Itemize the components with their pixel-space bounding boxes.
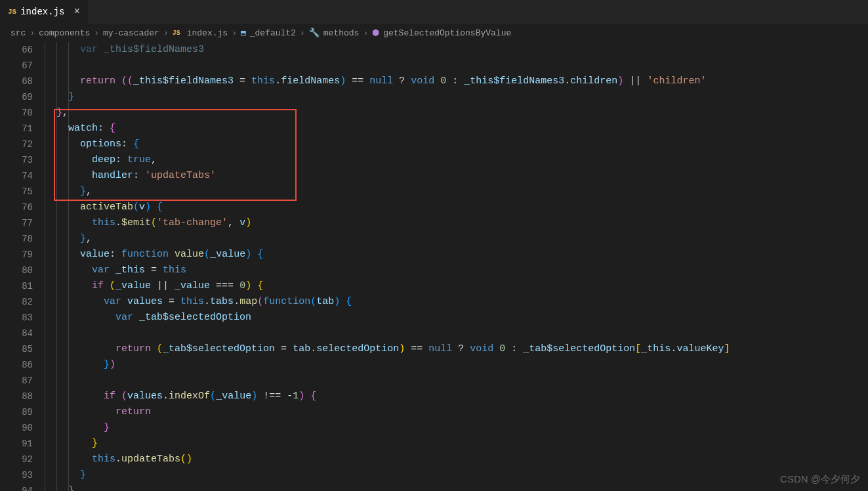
code-line: }, xyxy=(45,184,868,200)
line-number: 74 xyxy=(0,168,33,184)
line-number: 72 xyxy=(0,137,33,152)
chevron-right-icon: › xyxy=(363,28,368,38)
code-line: }, xyxy=(45,231,868,247)
line-number: 83 xyxy=(0,310,33,326)
chevron-right-icon: › xyxy=(163,28,169,38)
breadcrumb-item[interactable]: getSelectedOptionsByValue xyxy=(383,28,511,38)
watermark: CSDN @今夕何夕 xyxy=(780,473,860,486)
code-line: return (_tab$selectedOption = tab.select… xyxy=(45,341,868,357)
code-line: var _this = this xyxy=(45,263,868,278)
breadcrumb-item[interactable]: components xyxy=(39,28,90,38)
line-number: 66 xyxy=(0,42,33,58)
code-line: }) xyxy=(45,357,868,373)
line-number: 88 xyxy=(0,389,33,404)
code-line: if (_value || _value === 0) { xyxy=(45,278,868,294)
code-line: }, xyxy=(45,105,868,121)
line-number: 67 xyxy=(0,58,33,74)
line-number: 68 xyxy=(0,74,33,89)
code-line xyxy=(45,326,868,341)
code-line: activeTab(v) { xyxy=(45,200,868,215)
code-line: var _tab$selectedOption xyxy=(45,310,868,326)
chevron-right-icon: › xyxy=(232,28,237,38)
tab-active[interactable]: JS index.js × xyxy=(0,0,89,24)
close-icon[interactable]: × xyxy=(73,7,80,17)
code-line: } xyxy=(45,420,868,436)
code-line: this.updateTabs() xyxy=(45,452,868,467)
code-line: } xyxy=(45,436,868,452)
line-number: 82 xyxy=(0,294,33,310)
line-number: 78 xyxy=(0,231,33,247)
code-line xyxy=(45,58,868,74)
line-number: 93 xyxy=(0,467,33,483)
line-number: 71 xyxy=(0,121,33,137)
code-line: watch: { xyxy=(45,121,868,137)
chevron-right-icon: › xyxy=(94,28,99,38)
code-line: this.$emit('tab-change', v) xyxy=(45,215,868,231)
line-number: 84 xyxy=(0,326,33,341)
tab-bar: JS index.js × xyxy=(0,0,868,24)
chevron-right-icon: › xyxy=(30,28,35,38)
code-line: return xyxy=(45,404,868,420)
line-number: 77 xyxy=(0,215,33,231)
code-line: var values = this.tabs.map(function(tab)… xyxy=(45,294,868,310)
line-number: 80 xyxy=(0,263,33,278)
js-file-icon: JS xyxy=(173,30,180,37)
breadcrumb-item[interactable]: index.js xyxy=(187,28,228,38)
variable-icon: ⬒ xyxy=(241,28,246,38)
line-number: 70 xyxy=(0,105,33,121)
js-file-icon: JS xyxy=(8,8,16,16)
code-line: } xyxy=(45,89,868,105)
code-content[interactable]: var _this$fieldNames3 return ((_this$fie… xyxy=(45,42,868,491)
code-line: options: { xyxy=(45,137,868,152)
line-number: 73 xyxy=(0,152,33,168)
line-number: 79 xyxy=(0,247,33,263)
line-number: 85 xyxy=(0,341,33,357)
line-number: 69 xyxy=(0,89,33,105)
line-number: 90 xyxy=(0,420,33,436)
line-number: 76 xyxy=(0,200,33,215)
scrollbar[interactable] xyxy=(859,42,868,491)
line-number: 89 xyxy=(0,404,33,420)
code-line: return ((_this$fieldNames3 = this.fieldN… xyxy=(45,74,868,89)
tab-filename: index.js xyxy=(20,7,64,17)
breadcrumb-item[interactable]: _default2 xyxy=(250,28,296,38)
line-number: 91 xyxy=(0,436,33,452)
line-number: 94 xyxy=(0,483,33,491)
chevron-right-icon: › xyxy=(300,28,305,38)
code-line: deep: true, xyxy=(45,152,868,168)
breadcrumb: src › components › my-cascader › JS inde… xyxy=(0,24,868,42)
line-gutter: 66 67 68 69 70 71 72 73 74 75 76 77 78 7… xyxy=(0,42,45,491)
code-line: if (values.indexOf(_value) !== -1) { xyxy=(45,389,868,404)
code-line: value: function value(_value) { xyxy=(45,247,868,263)
breadcrumb-item[interactable]: methods xyxy=(323,28,360,38)
line-number: 81 xyxy=(0,278,33,294)
code-line xyxy=(45,373,868,389)
code-line: var _this$fieldNames3 xyxy=(45,42,868,58)
editor[interactable]: 66 67 68 69 70 71 72 73 74 75 76 77 78 7… xyxy=(0,42,868,491)
line-number: 86 xyxy=(0,357,33,373)
code-line: handler: 'updateTabs' xyxy=(45,168,868,184)
line-number: 92 xyxy=(0,452,33,467)
breadcrumb-item[interactable]: src xyxy=(10,28,26,38)
line-number: 87 xyxy=(0,373,33,389)
code-line: }, xyxy=(45,483,868,491)
breadcrumb-item[interactable]: my-cascader xyxy=(103,28,159,38)
code-line: } xyxy=(45,467,868,483)
line-number: 75 xyxy=(0,184,33,200)
method-icon: 🔧 xyxy=(309,28,320,38)
cube-icon: ⬢ xyxy=(372,28,379,38)
